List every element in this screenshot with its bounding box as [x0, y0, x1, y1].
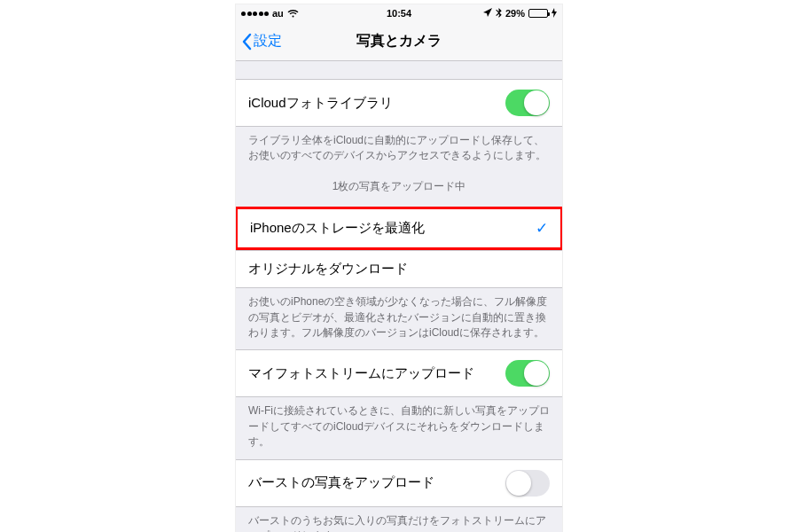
- burst-desc: バーストのうちお気に入りの写真だけをフォトストリームにアップロードします。: [236, 507, 562, 532]
- status-bar: au 10:54 29%: [236, 4, 562, 22]
- icloud-library-toggle[interactable]: [505, 90, 550, 116]
- burst-row[interactable]: バーストの写真をアップロード: [236, 459, 562, 507]
- signal-dots-icon: [241, 12, 269, 16]
- location-icon: [483, 8, 492, 19]
- back-label: 設定: [254, 32, 282, 51]
- burst-label: バーストの写真をアップロード: [248, 474, 505, 491]
- optimize-storage-row[interactable]: iPhoneのストレージを最適化 ✓: [238, 209, 560, 247]
- page-title: 写真とカメラ: [356, 32, 442, 51]
- checkmark-icon: ✓: [536, 219, 548, 238]
- download-original-label: オリジナルをダウンロード: [248, 261, 550, 278]
- photostream-row[interactable]: マイフォトストリームにアップロード: [236, 349, 562, 397]
- clock: 10:54: [387, 8, 411, 19]
- icloud-library-row[interactable]: iCloudフォトライブラリ: [236, 79, 562, 127]
- charging-icon: [552, 8, 557, 20]
- battery-pct: 29%: [505, 8, 525, 19]
- burst-toggle[interactable]: [505, 470, 550, 497]
- highlight-box: iPhoneのストレージを最適化 ✓: [235, 207, 563, 250]
- upload-status: 1枚の写真をアップロード中: [236, 173, 562, 207]
- optimize-desc: お使いのiPhoneの空き領域が少なくなった場合に、フル解像度の写真とビデオが、…: [236, 288, 562, 349]
- icloud-library-label: iCloudフォトライブラリ: [248, 95, 505, 112]
- optimize-storage-label: iPhoneのストレージを最適化: [250, 220, 536, 237]
- nav-bar: 設定 写真とカメラ: [236, 22, 562, 61]
- icloud-library-desc: ライブラリ全体をiCloudに自動的にアップロードし保存して、お使いのすべてのデ…: [236, 127, 562, 173]
- bluetooth-icon: [496, 8, 502, 20]
- download-original-row[interactable]: オリジナルをダウンロード: [236, 250, 562, 288]
- photostream-label: マイフォトストリームにアップロード: [248, 365, 505, 382]
- photostream-toggle[interactable]: [505, 360, 550, 387]
- carrier-label: au: [272, 8, 284, 19]
- back-button[interactable]: 設定: [236, 32, 282, 51]
- photostream-desc: Wi-Fiに接続されているときに、自動的に新しい写真をアップロードしてすべてのi…: [236, 397, 562, 458]
- chevron-left-icon: [241, 33, 252, 51]
- wifi-icon: [287, 9, 299, 18]
- settings-screen: au 10:54 29% 設定 写真とカメラ iClo: [235, 4, 563, 532]
- battery-icon: [528, 9, 548, 18]
